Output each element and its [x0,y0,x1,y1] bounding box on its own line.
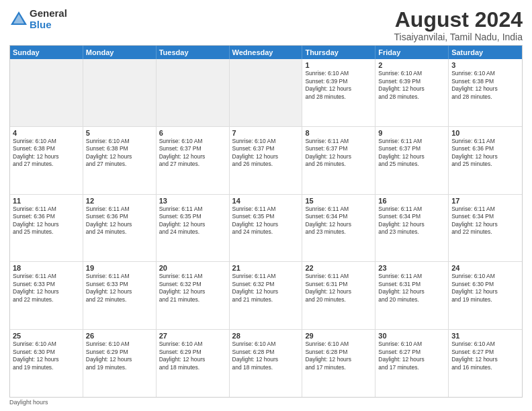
cell-info: Sunrise: 6:11 AM Sunset: 6:37 PM Dayligh… [305,138,372,169]
calendar-row: 1Sunrise: 6:10 AM Sunset: 6:39 PM Daylig… [10,59,522,127]
day-number: 24 [451,264,519,272]
calendar-cell: 19Sunrise: 6:11 AM Sunset: 6:33 PM Dayli… [83,262,157,329]
cell-info: Sunrise: 6:11 AM Sunset: 6:34 PM Dayligh… [378,205,445,236]
cell-info: Sunrise: 6:11 AM Sunset: 6:32 PM Dayligh… [232,273,300,304]
day-number: 29 [305,332,372,340]
calendar-header-cell: Monday [83,46,157,59]
day-number: 8 [305,129,372,137]
calendar-cell: 16Sunrise: 6:11 AM Sunset: 6:34 PM Dayli… [375,195,449,262]
day-number: 15 [305,197,372,205]
cell-info: Sunrise: 6:11 AM Sunset: 6:34 PM Dayligh… [305,205,372,236]
calendar-cell: 26Sunrise: 6:10 AM Sunset: 6:29 PM Dayli… [83,330,157,397]
calendar-header-cell: Tuesday [157,46,230,59]
day-number: 3 [451,61,519,69]
calendar-cell: 30Sunrise: 6:10 AM Sunset: 6:27 PM Dayli… [375,330,449,397]
calendar-cell: 1Sunrise: 6:10 AM Sunset: 6:39 PM Daylig… [302,59,375,126]
calendar-cell: 13Sunrise: 6:11 AM Sunset: 6:35 PM Dayli… [157,195,230,262]
day-number: 2 [378,61,445,69]
cell-info: Sunrise: 6:11 AM Sunset: 6:33 PM Dayligh… [13,273,80,304]
calendar-cell: 28Sunrise: 6:10 AM Sunset: 6:28 PM Dayli… [230,330,303,397]
calendar-cell: 21Sunrise: 6:11 AM Sunset: 6:32 PM Dayli… [230,262,303,329]
day-number: 25 [13,332,80,340]
day-number: 18 [13,264,80,272]
day-number: 20 [159,264,226,272]
cell-info: Sunrise: 6:11 AM Sunset: 6:31 PM Dayligh… [378,273,445,304]
cell-info: Sunrise: 6:11 AM Sunset: 6:32 PM Dayligh… [159,273,226,304]
day-number: 6 [159,129,226,137]
calendar-body: 1Sunrise: 6:10 AM Sunset: 6:39 PM Daylig… [10,59,522,397]
day-number: 11 [13,197,80,205]
day-number: 7 [232,129,300,137]
cell-info: Sunrise: 6:10 AM Sunset: 6:27 PM Dayligh… [451,340,519,371]
calendar-row: 25Sunrise: 6:10 AM Sunset: 6:30 PM Dayli… [10,330,522,397]
cell-info: Sunrise: 6:11 AM Sunset: 6:35 PM Dayligh… [159,205,226,236]
day-number: 19 [86,264,153,272]
calendar-header-cell: Thursday [302,46,375,59]
calendar-cell: 22Sunrise: 6:11 AM Sunset: 6:31 PM Dayli… [302,262,375,329]
subtitle: Tisaiyanvilai, Tamil Nadu, India [394,32,523,42]
calendar-cell: 23Sunrise: 6:11 AM Sunset: 6:31 PM Dayli… [375,262,449,329]
calendar-cell: 31Sunrise: 6:10 AM Sunset: 6:27 PM Dayli… [449,330,522,397]
calendar-row: 4Sunrise: 6:10 AM Sunset: 6:38 PM Daylig… [10,127,522,195]
calendar-header-cell: Wednesday [230,46,303,59]
cell-info: Sunrise: 6:10 AM Sunset: 6:30 PM Dayligh… [451,273,519,304]
day-number: 9 [378,129,445,137]
logo-general-label: General [30,8,67,19]
day-number: 12 [86,197,153,205]
day-number: 21 [232,264,300,272]
cell-info: Sunrise: 6:10 AM Sunset: 6:27 PM Dayligh… [378,340,445,371]
cell-info: Sunrise: 6:11 AM Sunset: 6:34 PM Dayligh… [451,205,519,236]
calendar-cell: 5Sunrise: 6:10 AM Sunset: 6:38 PM Daylig… [83,127,157,194]
day-number: 1 [305,61,372,69]
calendar-cell: 25Sunrise: 6:10 AM Sunset: 6:30 PM Dayli… [10,330,83,397]
calendar-cell: 24Sunrise: 6:10 AM Sunset: 6:30 PM Dayli… [449,262,522,329]
calendar-row: 11Sunrise: 6:11 AM Sunset: 6:36 PM Dayli… [10,195,522,263]
day-number: 22 [305,264,372,272]
footnote: Daylight hours [9,398,523,406]
cell-info: Sunrise: 6:11 AM Sunset: 6:36 PM Dayligh… [13,205,80,236]
calendar-cell: 27Sunrise: 6:10 AM Sunset: 6:29 PM Dayli… [157,330,230,397]
cell-info: Sunrise: 6:11 AM Sunset: 6:31 PM Dayligh… [305,273,372,304]
cell-info: Sunrise: 6:10 AM Sunset: 6:30 PM Dayligh… [13,340,80,371]
day-number: 31 [451,332,519,340]
day-number: 28 [232,332,300,340]
calendar-cell: 9Sunrise: 6:11 AM Sunset: 6:37 PM Daylig… [375,127,449,194]
calendar-cell: 14Sunrise: 6:11 AM Sunset: 6:35 PM Dayli… [230,195,303,262]
cell-info: Sunrise: 6:10 AM Sunset: 6:38 PM Dayligh… [13,138,80,169]
calendar-cell: 7Sunrise: 6:10 AM Sunset: 6:37 PM Daylig… [230,127,303,194]
calendar-cell: 2Sunrise: 6:10 AM Sunset: 6:39 PM Daylig… [375,59,449,126]
day-number: 14 [232,197,300,205]
day-number: 17 [451,197,519,205]
cell-info: Sunrise: 6:10 AM Sunset: 6:28 PM Dayligh… [232,340,300,371]
cell-info: Sunrise: 6:11 AM Sunset: 6:36 PM Dayligh… [451,138,519,169]
calendar-cell: 3Sunrise: 6:10 AM Sunset: 6:38 PM Daylig… [449,59,522,126]
day-number: 27 [159,332,226,340]
calendar-cell [83,59,157,126]
calendar-cell: 8Sunrise: 6:11 AM Sunset: 6:37 PM Daylig… [302,127,375,194]
cell-info: Sunrise: 6:10 AM Sunset: 6:39 PM Dayligh… [378,70,445,101]
calendar-cell: 11Sunrise: 6:11 AM Sunset: 6:36 PM Dayli… [10,195,83,262]
day-number: 5 [86,129,153,137]
calendar-cell: 18Sunrise: 6:11 AM Sunset: 6:33 PM Dayli… [10,262,83,329]
cell-info: Sunrise: 6:10 AM Sunset: 6:29 PM Dayligh… [159,340,226,371]
calendar-header: SundayMondayTuesdayWednesdayThursdayFrid… [10,46,522,59]
title-block: August 2024 Tisaiyanvilai, Tamil Nadu, I… [394,8,523,42]
logo: General Blue [9,8,67,30]
logo-blue-label: Blue [30,19,67,31]
cell-info: Sunrise: 6:10 AM Sunset: 6:29 PM Dayligh… [86,340,153,371]
day-number: 23 [378,264,445,272]
calendar-cell [230,59,303,126]
day-number: 30 [378,332,445,340]
cell-info: Sunrise: 6:10 AM Sunset: 6:28 PM Dayligh… [305,340,372,371]
calendar-cell: 29Sunrise: 6:10 AM Sunset: 6:28 PM Dayli… [302,330,375,397]
cell-info: Sunrise: 6:11 AM Sunset: 6:35 PM Dayligh… [232,205,300,236]
calendar-cell: 17Sunrise: 6:11 AM Sunset: 6:34 PM Dayli… [449,195,522,262]
cell-info: Sunrise: 6:10 AM Sunset: 6:39 PM Dayligh… [305,70,372,101]
day-number: 26 [86,332,153,340]
calendar-cell: 12Sunrise: 6:11 AM Sunset: 6:36 PM Dayli… [83,195,157,262]
cell-info: Sunrise: 6:10 AM Sunset: 6:38 PM Dayligh… [451,70,519,101]
calendar-cell: 4Sunrise: 6:10 AM Sunset: 6:38 PM Daylig… [10,127,83,194]
cell-info: Sunrise: 6:10 AM Sunset: 6:37 PM Dayligh… [232,138,300,169]
cell-info: Sunrise: 6:11 AM Sunset: 6:33 PM Dayligh… [86,273,153,304]
header: General Blue August 2024 Tisaiyanvilai, … [9,8,523,42]
